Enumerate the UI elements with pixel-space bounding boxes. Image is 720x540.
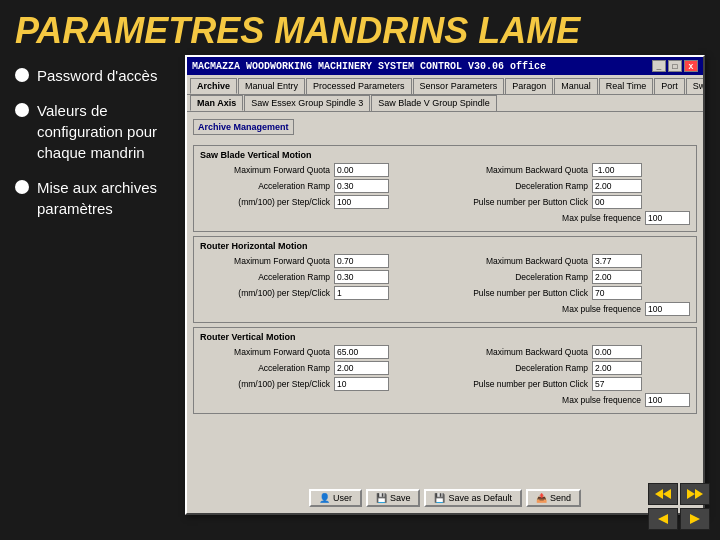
save-icon: 💾: [376, 493, 387, 503]
section-title-router-v: Router Vertical Motion: [200, 332, 690, 342]
tab-manual-entry[interactable]: Manual Entry: [238, 78, 305, 94]
router-vertical-section: Router Vertical Motion Maximum Forward Q…: [193, 327, 697, 414]
input-pulse-1[interactable]: [592, 195, 642, 209]
tab-bar-row1: Archive Manual Entry Processed Parameter…: [187, 75, 703, 94]
nav-arrow-right-double[interactable]: [680, 483, 710, 505]
label-accel-2: Acceleration Ramp: [200, 272, 330, 282]
nav-arrow-left-double[interactable]: [648, 483, 678, 505]
input-pulse-3[interactable]: [592, 377, 642, 391]
bullet-text: Password d'accès: [37, 65, 157, 86]
bullet-text: Valeurs de configuration pour chaque man…: [37, 100, 190, 163]
tab-manual[interactable]: Manual: [554, 78, 598, 94]
tab-man-axis[interactable]: Man Axis: [190, 95, 243, 111]
svg-marker-5: [690, 514, 700, 524]
window-content: Saw Blade Vertical Motion Maximum Forwar…: [187, 140, 703, 423]
label-max-bwd-1: Maximum Backward Quota: [448, 165, 588, 175]
svg-marker-2: [687, 489, 695, 499]
nav-arrow-right[interactable]: [680, 508, 710, 530]
save-default-button[interactable]: 💾 Save as Default: [424, 489, 522, 507]
save-default-label: Save as Default: [448, 493, 512, 503]
saw-blade-vertical-section: Saw Blade Vertical Motion Maximum Forwar…: [193, 145, 697, 232]
tab-archive[interactable]: Archive: [190, 78, 237, 94]
input-max-pulse-2[interactable]: [645, 302, 690, 316]
input-step-2[interactable]: [334, 286, 389, 300]
input-max-pulse-3[interactable]: [645, 393, 690, 407]
page-title: PARAMETRES MANDRINS LAME: [0, 0, 720, 60]
save-label: Save: [390, 493, 411, 503]
save-button[interactable]: 💾 Save: [366, 489, 421, 507]
window-title: MACMAZZA WOODWORKING MACHINERY SYSTEM CO…: [192, 61, 546, 72]
tab-bar-row2: Man Axis Saw Essex Group Spindle 3 Saw B…: [187, 94, 703, 112]
bullet-list: Password d'accès Valeurs de configuratio…: [15, 65, 190, 233]
tab-paragon[interactable]: Paragon: [505, 78, 553, 94]
label-decel-3: Deceleration Ramp: [448, 363, 588, 373]
send-label: Send: [550, 493, 571, 503]
label-pulse-1: Pulse number per Button Click: [448, 197, 588, 207]
label-accel-1: Acceleration Ramp: [200, 181, 330, 191]
bullet-dot: [15, 68, 29, 82]
max-pulse-row-3: Max pulse frequence: [200, 393, 690, 407]
user-icon: 👤: [319, 493, 330, 503]
user-label: User: [333, 493, 352, 503]
label-max-pulse-1: Max pulse frequence: [501, 213, 641, 223]
tab-real-time[interactable]: Real Time: [599, 78, 654, 94]
section-title-saw-blade: Saw Blade Vertical Motion: [200, 150, 690, 160]
input-step-3[interactable]: [334, 377, 389, 391]
input-pulse-2[interactable]: [592, 286, 642, 300]
bullet-text: Mise aux archives paramètres: [37, 177, 190, 219]
label-max-pulse-2: Max pulse frequence: [501, 304, 641, 314]
input-step-1[interactable]: [334, 195, 389, 209]
tab-processed-parameters[interactable]: Processed Parameters: [306, 78, 412, 94]
label-max-fwd-3: Maximum Forward Quota: [200, 347, 330, 357]
label-pulse-2: Pulse number per Button Click: [448, 288, 588, 298]
svg-marker-0: [655, 489, 663, 499]
label-max-bwd-3: Maximum Backward Quota: [448, 347, 588, 357]
window-titlebar: MACMAZZA WOODWORKING MACHINERY SYSTEM CO…: [187, 57, 703, 75]
close-button[interactable]: X: [684, 60, 698, 72]
input-accel-3[interactable]: [334, 361, 389, 375]
tab-saw-essex[interactable]: Saw Essex Group Spindle 3: [244, 95, 370, 111]
input-max-fwd-2[interactable]: [334, 254, 389, 268]
label-max-pulse-3: Max pulse frequence: [501, 395, 641, 405]
label-step-1: (mm/100) per Step/Click: [200, 197, 330, 207]
archive-management-label: Archive Management: [193, 119, 294, 135]
max-pulse-row-2: Max pulse frequence: [200, 302, 690, 316]
input-decel-1[interactable]: [592, 179, 642, 193]
input-max-pulse-1[interactable]: [645, 211, 690, 225]
input-max-fwd-3[interactable]: [334, 345, 389, 359]
svg-marker-1: [663, 489, 671, 499]
send-button[interactable]: 📤 Send: [526, 489, 581, 507]
label-decel-2: Deceleration Ramp: [448, 272, 588, 282]
input-max-fwd-1[interactable]: [334, 163, 389, 177]
bullet-dot: [15, 103, 29, 117]
input-accel-1[interactable]: [334, 179, 389, 193]
nav-arrows: [648, 483, 710, 530]
input-accel-2[interactable]: [334, 270, 389, 284]
input-decel-3[interactable]: [592, 361, 642, 375]
input-max-bwd-2[interactable]: [592, 254, 642, 268]
input-max-bwd-1[interactable]: [592, 163, 642, 177]
bullet-item: Valeurs de configuration pour chaque man…: [15, 100, 190, 163]
nav-arrow-left[interactable]: [648, 508, 678, 530]
user-button[interactable]: 👤 User: [309, 489, 362, 507]
tab-port[interactable]: Port: [654, 78, 685, 94]
param-row-2: Acceleration Ramp Deceleration Ramp: [200, 179, 690, 195]
label-max-bwd-2: Maximum Backward Quota: [448, 256, 588, 266]
send-icon: 📤: [536, 493, 547, 503]
label-pulse-3: Pulse number per Button Click: [448, 379, 588, 389]
label-step-3: (mm/100) per Step/Click: [200, 379, 330, 389]
maximize-button[interactable]: □: [668, 60, 682, 72]
label-max-fwd-1: Maximum Forward Quota: [200, 165, 330, 175]
label-decel-1: Deceleration Ramp: [448, 181, 588, 191]
svg-marker-3: [695, 489, 703, 499]
bullet-item: Mise aux archives paramètres: [15, 177, 190, 219]
input-decel-2[interactable]: [592, 270, 642, 284]
save-default-icon: 💾: [434, 493, 445, 503]
bullet-item: Password d'accès: [15, 65, 190, 86]
minimize-button[interactable]: _: [652, 60, 666, 72]
tab-saw-blade-v[interactable]: Saw Blade V Group Spindle: [371, 95, 497, 111]
input-max-bwd-3[interactable]: [592, 345, 642, 359]
tab-switch[interactable]: Switch: [686, 78, 703, 94]
label-max-fwd-2: Maximum Forward Quota: [200, 256, 330, 266]
tab-sensor-parameters[interactable]: Sensor Parameters: [413, 78, 505, 94]
